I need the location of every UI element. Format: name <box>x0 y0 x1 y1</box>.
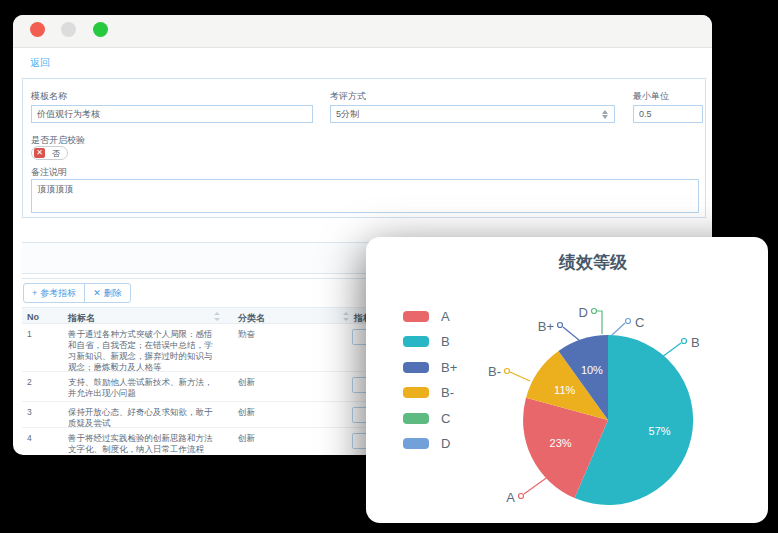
svg-text:B+: B+ <box>538 319 554 334</box>
min-unit-input[interactable] <box>633 105 703 123</box>
svg-text:D: D <box>579 305 588 320</box>
template-name-label: 模板名称 <box>31 90 67 103</box>
row-category: 创新 <box>238 407 255 418</box>
back-link[interactable]: 返回 <box>30 56 50 70</box>
col-no-header: No <box>27 312 39 322</box>
toggle-off-icon: ✕ <box>34 148 45 158</box>
template-name-input[interactable] <box>31 105 313 123</box>
x-icon: ✕ <box>93 288 101 298</box>
toggle-state-label: 否 <box>45 148 67 159</box>
close-button[interactable] <box>30 22 45 37</box>
pie-percent-label: 23% <box>550 437 572 449</box>
pie-slices[interactable] <box>523 335 693 505</box>
validation-toggle[interactable]: ✕ 否 <box>31 146 68 160</box>
min-unit-label: 最小单位 <box>633 90 669 103</box>
row-category: 勤奋 <box>238 329 255 340</box>
row-category: 创新 <box>238 433 255 444</box>
row-category: 创新 <box>238 377 255 388</box>
form-panel: 模板名称 考评方式 5分制 最小单位 是否开启校验 ✕ 否 备注说明 顶顶顶顶 <box>22 78 706 218</box>
svg-text:B: B <box>691 335 700 350</box>
svg-text:A: A <box>506 490 515 505</box>
pie-percent-label: 57% <box>649 425 671 437</box>
pie-label-a: A <box>506 471 556 505</box>
minimize-button[interactable] <box>61 22 76 37</box>
table-toolbar: +参考指标 ✕删除 <box>23 283 131 303</box>
sort-category-icon[interactable] <box>343 312 350 321</box>
add-indicator-button[interactable]: +参考指标 <box>23 283 85 303</box>
pie-chart[interactable]: 57%23%11%10% B+ D C B <box>366 237 768 523</box>
svg-text:C: C <box>635 315 644 330</box>
zoom-button[interactable] <box>93 22 108 37</box>
row-name: 善于通过各种方式突破个人局限：感悟和自省，自我否定；在错误中总结，学习新知识、新… <box>68 329 216 373</box>
remark-textarea[interactable]: 顶顶顶顶 <box>31 179 699 213</box>
performance-chart-card: 绩效等级 A B B+ B- C D 57%23%11%10% B+ D <box>366 237 768 523</box>
select-caret-icon <box>602 110 609 119</box>
remark-label: 备注说明 <box>31 166 67 179</box>
pie-percent-label: 11% <box>554 384 575 396</box>
row-name: 支持、鼓励他人尝试新技术、新方法，并允许出现小问题 <box>68 377 216 399</box>
desktop-background: 返回 模板名称 考评方式 5分制 最小单位 是否开启校验 ✕ 否 备注说明 顶顶… <box>0 0 778 533</box>
row-no: 1 <box>27 329 32 340</box>
plus-icon: + <box>32 288 37 298</box>
row-name: 保持开放心态、好奇心及求知欲，敢于质疑及尝试 <box>68 407 216 429</box>
row-no: 3 <box>27 407 32 418</box>
delete-button[interactable]: ✕删除 <box>84 283 131 303</box>
svg-text:B-: B- <box>488 364 501 379</box>
row-no: 4 <box>27 433 32 444</box>
row-no: 2 <box>27 377 32 388</box>
sort-name-icon[interactable] <box>214 312 221 321</box>
pie-label-bminus: B- <box>488 364 530 381</box>
pie-label-c: C <box>611 315 644 336</box>
method-label: 考评方式 <box>330 90 366 103</box>
pie-percent-label: 10% <box>581 364 603 376</box>
window-titlebar <box>13 15 712 48</box>
method-select[interactable]: 5分制 <box>330 105 615 123</box>
row-name: 善于将经过实践检验的创新思路和方法文字化、制度化，纳入日常工作流程 <box>68 433 216 455</box>
pie-label-d: D <box>579 305 602 334</box>
method-select-value: 5分制 <box>336 108 602 121</box>
